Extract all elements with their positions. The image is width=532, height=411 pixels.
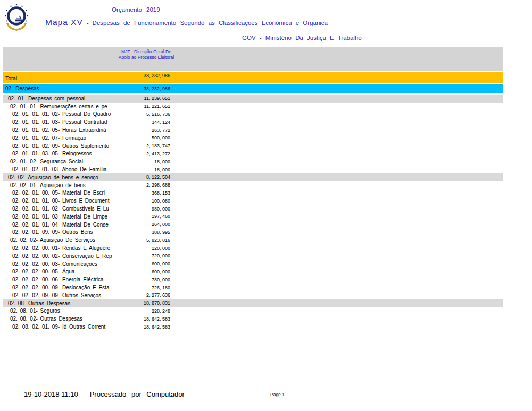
table-row: 02. 02. 02. 00. 01- Rendas E Aluguere 12… bbox=[3, 244, 503, 252]
table-row: Total 38, 232, 986 bbox=[3, 72, 503, 83]
table-row: 02. 02. 01. 01. 02- Combustíveis E Lu 98… bbox=[3, 205, 503, 213]
row-value: 2, 277, 636 bbox=[117, 292, 170, 298]
table-row: 02. 02. 02. 09. 09- Outros Serviços 2, 2… bbox=[3, 291, 503, 299]
table-row: 02. 01. 01. 02. 05- Horas Extraordiná 26… bbox=[3, 126, 503, 134]
table-row: 02. 01. 01. 02. 09- Outros Suplemento 2,… bbox=[3, 142, 503, 150]
coat-of-arms-icon bbox=[4, 3, 29, 31]
column-header: MJT - Direcção Geral De Apoio ao Process… bbox=[3, 47, 503, 71]
row-value: 726, 180 bbox=[117, 285, 170, 290]
row-label: 02. 02. 01. 01. 03- Material De Limpe bbox=[3, 214, 107, 220]
row-value: 228, 248 bbox=[117, 308, 170, 314]
row-label: 02. 02. 01. 01. 02- Combustíveis E Lu bbox=[3, 206, 109, 212]
row-label: 02. 01. 01. 01. 02- Pessoal Do Quadro bbox=[3, 111, 111, 117]
budget-table: MJT - Direcção Geral De Apoio ao Process… bbox=[3, 47, 503, 331]
table-row: 02- Despesas 38, 232, 986 bbox=[3, 84, 503, 93]
table-row: 02. 01. 01. 01. 03- Pessoal Contratad 34… bbox=[3, 118, 503, 126]
map-title-separator: - bbox=[87, 20, 89, 26]
table-row: 02. 08- Outras Despesas 18, 870, 831 bbox=[3, 299, 503, 307]
row-label: 02. 02. 02- Aquisição De Serviços bbox=[3, 237, 95, 243]
row-value: 720, 000 bbox=[117, 253, 170, 258]
table-row: 02. 02. 01. 00. 05- Material De Escri 36… bbox=[3, 189, 503, 197]
row-label: 02- Despesas bbox=[3, 86, 39, 91]
table-row: 02. 02. 02. 00. 09- Deslocação E Esta 72… bbox=[3, 283, 503, 291]
row-value: 197, 460 bbox=[117, 214, 170, 219]
table-row: 02. 08. 02- Outras Despesas 18, 642, 583 bbox=[3, 315, 503, 323]
table-row: 02. 02. 02. 00. 02- Conservação E Rep 72… bbox=[3, 252, 503, 260]
row-value: 38, 232, 986 bbox=[117, 86, 170, 91]
row-label: 02. 01. 01. 02. 07- Formação bbox=[3, 135, 86, 141]
row-label: 02. 02- Aquisição de bens e serviço bbox=[3, 174, 98, 180]
row-label: 02. 02. 02. 00. 09- Deslocação E Esta bbox=[3, 284, 109, 290]
row-label: 02. 02. 02. 09. 09- Outros Serviços bbox=[3, 292, 101, 298]
table-row: 02. 02. 01. 01. 00- Livros E Document 10… bbox=[3, 197, 503, 205]
row-label: 02. 08. 02. 01. 09- Id Outras Corrent bbox=[3, 324, 105, 330]
map-number: Mapa XV bbox=[45, 18, 83, 27]
table-row: 02. 01. 01. 03. 05- Reingressos 2, 413, … bbox=[3, 150, 503, 158]
table-row: 02. 02. 02- Aquisição De Serviços 5, 823… bbox=[3, 236, 503, 244]
row-label: 02. 08. 02- Outras Despesas bbox=[3, 316, 82, 322]
row-label: 02. 02. 01. 01. 00- Livros E Document bbox=[3, 198, 109, 204]
row-value: 100, 080 bbox=[117, 198, 170, 204]
table-row: 02. 01. 01. 01. 02- Pessoal Do Quadro 5,… bbox=[3, 111, 503, 119]
row-label: 02. 01. 01. 02. 09- Outros Suplemento bbox=[3, 143, 109, 149]
row-value: 2, 183, 747 bbox=[117, 143, 170, 148]
row-value: 18, 642, 583 bbox=[117, 324, 170, 330]
row-value: 5, 823, 816 bbox=[117, 238, 170, 243]
row-value: 11, 221, 651 bbox=[117, 104, 170, 109]
row-value: 38, 232, 986 bbox=[117, 73, 170, 78]
row-value: 263, 772 bbox=[117, 128, 170, 133]
table-row: 02. 02. 01. 09. 09- Outros Bens 388, 995 bbox=[3, 229, 503, 237]
row-value: 18, 000 bbox=[117, 167, 170, 172]
table-row: 02. 01. 02- Segurança Social 18, 000 bbox=[3, 157, 503, 165]
row-value: 11, 239, 651 bbox=[117, 96, 170, 101]
column-header-line2: Apoio ao Processo Eleitoral bbox=[82, 55, 210, 61]
table-row: 02. 01. 01- Remunerações certas e pe 11,… bbox=[3, 103, 503, 111]
table-row: 02. 02- Aquisição de bens e serviço 8, 1… bbox=[3, 173, 503, 181]
table-row: 02. 08. 01- Seguros 228, 248 bbox=[3, 307, 503, 315]
row-value: 8, 122, 504 bbox=[117, 174, 170, 180]
row-label: 02. 02. 01. 00. 05- Material De Escri bbox=[3, 190, 105, 196]
table-row: 02. 08. 02. 01. 09- Id Outras Corrent 18… bbox=[3, 323, 503, 331]
row-label: 02. 01. 01. 03. 05- Reingressos bbox=[3, 150, 92, 156]
table-row: 02. 01- Despesas com pessoal 11, 239, 65… bbox=[3, 95, 503, 103]
column-header-line1: MJT - Direcção Geral De bbox=[82, 49, 210, 55]
row-value: 600, 000 bbox=[117, 269, 170, 274]
coat-of-arms-logo bbox=[4, 3, 29, 33]
document-title: Orçamento 2019 bbox=[112, 6, 160, 13]
row-value: 5, 516, 736 bbox=[117, 112, 170, 117]
table-row: 02. 01. 01. 02. 07- Formação 500, 000 bbox=[3, 134, 503, 142]
footer-processed: Processado por Computador bbox=[90, 390, 185, 398]
table-row: 02. 02. 02. 00. 05- Água 600, 000 bbox=[3, 268, 503, 276]
row-value: 500, 000 bbox=[117, 135, 170, 140]
footer-left: 19-10-2018 11:10Processado por Computado… bbox=[24, 390, 185, 398]
row-label: Total bbox=[3, 75, 17, 83]
footer-page-number: Page 1 bbox=[270, 392, 285, 397]
row-label: 02. 02. 01. 09. 09- Outros Bens bbox=[3, 229, 93, 235]
footer-datetime: 19-10-2018 11:10 bbox=[24, 390, 78, 398]
row-value: 344, 124 bbox=[117, 120, 170, 125]
row-label: 02. 01. 02- Segurança Social bbox=[3, 158, 83, 164]
row-value: 368, 153 bbox=[117, 190, 170, 196]
row-label: 02. 02. 02. 00. 05- Água bbox=[3, 269, 74, 274]
row-value: 264, 000 bbox=[117, 222, 170, 227]
row-label: 02. 08- Outras Despesas bbox=[3, 300, 70, 306]
row-label: 02. 01- Despesas com pessoal bbox=[3, 96, 85, 102]
table-row: 02. 01. 02. 01. 03- Abono De Família 18,… bbox=[3, 165, 503, 173]
row-value: 18, 870, 831 bbox=[117, 300, 170, 306]
row-label: 02. 01. 01. 02. 05- Horas Extraordiná bbox=[3, 127, 106, 133]
column-header-text: MJT - Direcção Geral De Apoio ao Process… bbox=[82, 49, 210, 60]
row-value: 120, 000 bbox=[117, 246, 170, 251]
row-value: 18, 642, 583 bbox=[117, 316, 170, 322]
row-label: 02. 02. 02. 00. 01- Rendas E Aluguere bbox=[3, 245, 110, 251]
row-value: 18, 000 bbox=[117, 159, 170, 164]
row-value: 2, 413, 272 bbox=[117, 151, 170, 156]
row-label: 02. 01. 01- Remunerações certas e pe bbox=[3, 104, 107, 110]
row-value: 780, 000 bbox=[117, 277, 170, 282]
row-value: 388, 995 bbox=[117, 230, 170, 235]
row-label: 02. 02. 01- Aquisição de bens bbox=[3, 182, 86, 188]
table-row: 02. 02. 02. 00. 06- Energia Eléctrica 78… bbox=[3, 275, 503, 283]
table-row: 02. 02. 01. 01. 03- Material De Limpe 19… bbox=[3, 213, 503, 221]
table-rows: Total 38, 232, 986 02- Despesas 38, 232,… bbox=[3, 72, 503, 331]
row-label: 02. 02. 02. 00. 03- Comunicações bbox=[3, 261, 97, 267]
row-value: 980, 000 bbox=[117, 206, 170, 212]
